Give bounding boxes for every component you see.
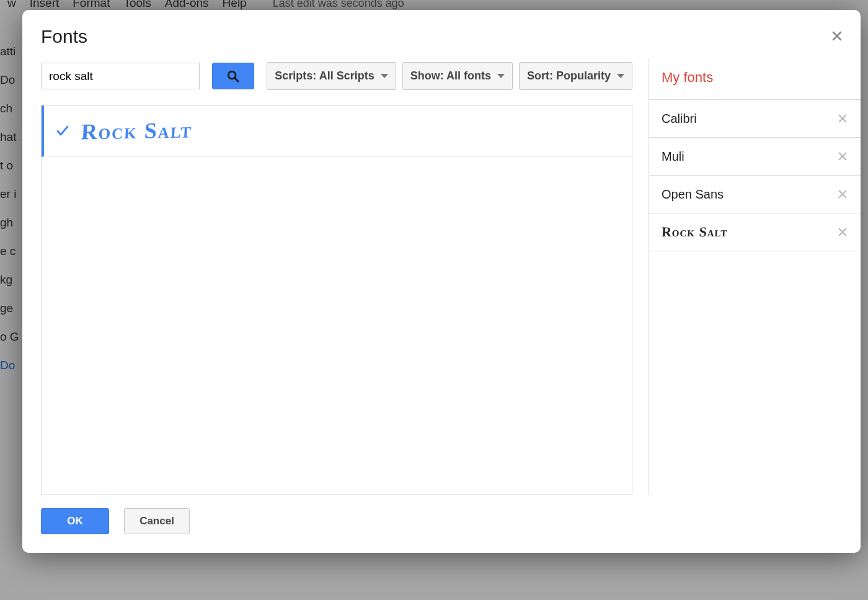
search-toolbar: Scripts: All Scripts Show: All fonts Sor… xyxy=(41,58,632,105)
close-icon xyxy=(838,152,847,161)
cancel-button[interactable]: Cancel xyxy=(124,508,190,534)
chevron-down-icon xyxy=(617,74,624,78)
my-font-name: Muli xyxy=(662,150,684,164)
dialog-title: Fonts xyxy=(41,26,842,47)
my-fonts-title: My fonts xyxy=(649,58,861,100)
font-result-row[interactable]: Rock Salt xyxy=(42,105,632,157)
font-preview-name: Rock Salt xyxy=(81,117,193,145)
close-icon xyxy=(838,190,847,199)
dialog-body: Scripts: All Scripts Show: All fonts Sor… xyxy=(22,58,861,495)
remove-font-button[interactable] xyxy=(836,225,849,239)
remove-font-button[interactable] xyxy=(836,150,849,163)
my-fonts-pane: My fonts Calibri Muli Open Sans xyxy=(649,58,861,495)
remove-font-button[interactable] xyxy=(836,187,849,201)
chevron-down-icon xyxy=(381,74,388,78)
show-filter[interactable]: Show: All fonts xyxy=(402,62,513,90)
my-font-item[interactable]: Open Sans xyxy=(649,176,861,213)
close-button[interactable] xyxy=(828,27,846,45)
my-font-item[interactable]: Muli xyxy=(649,138,861,176)
scripts-filter-label: Scripts: All Scripts xyxy=(275,69,374,83)
my-font-name: Calibri xyxy=(662,112,697,126)
left-pane: Scripts: All Scripts Show: All fonts Sor… xyxy=(41,58,649,495)
search-icon xyxy=(226,69,240,83)
close-icon xyxy=(832,31,842,41)
remove-font-button[interactable] xyxy=(836,112,849,125)
dialog-footer: OK Cancel xyxy=(22,495,861,553)
search-button[interactable] xyxy=(212,63,254,89)
my-font-item[interactable]: Rock Salt xyxy=(649,213,861,251)
font-search-input[interactable] xyxy=(41,63,200,89)
my-font-name: Open Sans xyxy=(662,187,724,202)
close-icon xyxy=(838,228,847,236)
my-font-name: Rock Salt xyxy=(661,224,728,240)
ok-button[interactable]: OK xyxy=(41,508,109,534)
font-results-list[interactable]: Rock Salt xyxy=(41,105,632,495)
sort-filter[interactable]: Sort: Popularity xyxy=(519,62,632,90)
fonts-dialog: Fonts Scripts: All Scripts xyxy=(22,10,861,553)
close-icon xyxy=(838,114,847,123)
svg-line-1 xyxy=(235,78,239,81)
check-icon xyxy=(55,123,70,138)
chevron-down-icon xyxy=(497,74,505,78)
scripts-filter[interactable]: Scripts: All Scripts xyxy=(267,62,396,90)
sort-filter-label: Sort: Popularity xyxy=(527,69,611,83)
dialog-header: Fonts xyxy=(22,10,861,58)
selected-indicator xyxy=(44,123,81,138)
show-filter-label: Show: All fonts xyxy=(410,69,491,83)
my-font-item[interactable]: Calibri xyxy=(649,100,861,138)
filters-group: Scripts: All Scripts Show: All fonts Sor… xyxy=(267,62,632,90)
